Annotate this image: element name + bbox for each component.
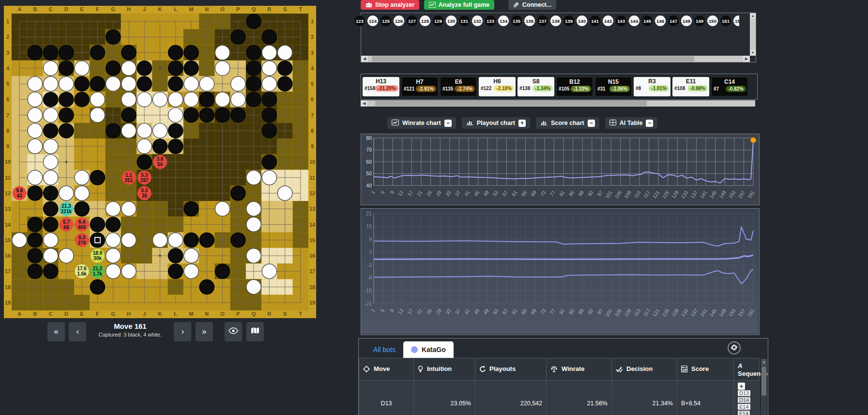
move-strip-stone[interactable]: 135: [511, 15, 522, 26]
analysis-label[interactable]: 18.930k: [91, 249, 105, 263]
scroll-left-icon[interactable]: ◀: [361, 56, 368, 62]
move-strip-stone[interactable]: 141: [590, 15, 600, 26]
move-strip-stone[interactable]: 146: [655, 15, 666, 26]
move-strip-stone[interactable]: 139: [563, 15, 574, 26]
move-strip-stone[interactable]: 137: [537, 15, 548, 26]
analysis-label[interactable]: 5.768: [59, 217, 73, 231]
analysis-label[interactable]: 1.1351: [122, 170, 136, 184]
first-move-button[interactable]: «: [47, 322, 65, 341]
expand-icon[interactable]: +: [518, 120, 526, 127]
analysis-label[interactable]: 3.654: [153, 155, 167, 169]
column-header-intuition[interactable]: Intuition: [414, 358, 475, 381]
move-strip-vscrollbar[interactable]: ▲ ▼: [750, 13, 756, 56]
connect-button[interactable]: Connect...: [508, 0, 556, 10]
scroll-right-icon[interactable]: ▶: [743, 56, 750, 62]
move-strip-stone[interactable]: 134: [498, 15, 509, 26]
sequence-move-chip[interactable]: E14: [738, 404, 750, 410]
analysis-label[interactable]: 9.843: [13, 186, 27, 200]
move-strip-stone[interactable]: 142: [603, 15, 613, 26]
move-strip-stone[interactable]: 128: [420, 15, 430, 26]
move-strip-stone[interactable]: 131: [459, 15, 470, 26]
last-move-button[interactable]: »: [196, 322, 213, 341]
move-strip-stone[interactable]: 124: [367, 15, 378, 26]
move-strip-stone[interactable]: 143: [616, 15, 626, 26]
scroll-up-icon[interactable]: ▲: [761, 359, 767, 366]
move-strip-stone[interactable]: 144: [629, 15, 640, 26]
toggle-ai-table[interactable]: AI Table−: [605, 117, 658, 129]
analyze-full-game-button[interactable]: Analyze full game: [424, 0, 495, 10]
move-strip-stone[interactable]: 126: [394, 15, 404, 26]
move-strip-stone[interactable]: 138: [550, 15, 561, 26]
tab-katago[interactable]: KataGo: [403, 341, 454, 358]
analysis-label[interactable]: 0.335: [137, 186, 152, 200]
collapse-icon[interactable]: −: [646, 120, 653, 127]
prev-move-button[interactable]: ‹: [69, 322, 86, 341]
move-strip-stone[interactable]: 129: [433, 15, 443, 26]
move-strip-stone[interactable]: 149: [694, 15, 705, 26]
stop-analyzer-button[interactable]: Stop analyzer: [361, 0, 419, 10]
move-strip-stone[interactable]: 133: [485, 15, 496, 26]
analysis-label[interactable]: 17.61.6k: [75, 264, 89, 278]
sequence-move-chip[interactable]: F14: [738, 411, 750, 415]
move-quality-card[interactable]: C14#7-0.82%: [711, 77, 748, 96]
score-chart[interactable]: 1591317212529333741454953576165697377818…: [361, 209, 758, 334]
move-strip-stone[interactable]: 140: [577, 15, 587, 26]
table-settings-button[interactable]: [728, 341, 741, 354]
toggle-score-chart[interactable]: Score chart−: [536, 117, 599, 129]
move-quality-card[interactable]: E11#108-0.88%: [672, 77, 709, 96]
scroll-left-icon[interactable]: ◀: [361, 100, 367, 107]
expand-sequence-button[interactable]: +: [738, 383, 745, 390]
move-strip-stone[interactable]: 125: [381, 15, 391, 26]
move-strip-stone[interactable]: 151: [720, 15, 731, 26]
column-header-score[interactable]: Score: [677, 358, 734, 381]
move-quality-card[interactable]: H7#121-2.91%: [401, 77, 438, 96]
scroll-down-icon[interactable]: ▼: [750, 50, 756, 56]
analysis-label[interactable]: 21.3221k: [59, 202, 73, 216]
next-move-button[interactable]: ›: [174, 322, 191, 341]
move-quality-card[interactable]: H6#122-2.18%: [479, 77, 516, 96]
move-strip-stone[interactable]: 123: [354, 15, 365, 26]
analysis-label[interactable]: 6.4405: [75, 217, 89, 231]
sequence-move-chip[interactable]: D14: [738, 397, 750, 403]
move-strip-stone[interactable]: 145: [642, 15, 653, 26]
move-quality-card[interactable]: R3#8-1.01%: [634, 77, 670, 96]
analysis-label[interactable]: 5.3287: [137, 170, 152, 184]
move-strip-stone[interactable]: 150: [707, 15, 718, 26]
move-strip-stone[interactable]: 127: [407, 15, 417, 26]
sequence-move-chip[interactable]: D13: [738, 390, 750, 396]
move-quality-card[interactable]: E6#135-2.74%: [440, 77, 477, 96]
move-strip-stone[interactable]: 148: [681, 15, 692, 26]
move-strip-stone[interactable]: 136: [524, 15, 535, 26]
table-row[interactable]: D1323.05%220,54221.56%21.34%B+8.54+D13D1…: [359, 381, 760, 415]
svg-text:3.6: 3.6: [157, 156, 164, 162]
move-strip-stone[interactable]: 132: [472, 15, 483, 26]
move-quality-card[interactable]: N15#31-1.06%: [595, 77, 632, 96]
analysis-label[interactable]: 21.21.7k: [91, 264, 105, 278]
go-board[interactable]: AABBCCDDEEFFGGHHJJKKLLMMNNOOPPQQRRSSTT11…: [4, 6, 316, 318]
move-strip-hscrollbar[interactable]: ◀ ▶: [361, 56, 750, 62]
column-header-winrate[interactable]: Winrate: [547, 358, 612, 381]
move-strip-stone[interactable]: 130: [446, 15, 457, 26]
table-vscrollbar[interactable]: ▲: [761, 359, 767, 415]
column-header-move[interactable]: Move: [359, 358, 414, 381]
territory-map-button[interactable]: [246, 322, 264, 341]
column-header-playouts[interactable]: Playouts: [475, 358, 547, 381]
collapse-icon[interactable]: −: [588, 120, 595, 127]
toggle-analysis-button[interactable]: [225, 322, 242, 341]
move-quality-card[interactable]: H13#158-31.20%: [363, 77, 399, 96]
analysis-label[interactable]: 6.3276: [75, 233, 89, 247]
tab-all-bots[interactable]: All bots: [365, 341, 403, 358]
column-header-sequence[interactable]: ASequence: [734, 358, 760, 381]
collapse-icon[interactable]: −: [444, 120, 452, 127]
move-strip-stone[interactable]: 147: [668, 15, 679, 26]
winrate-chart[interactable]: 1591317212529333741454953576165697377818…: [361, 134, 758, 204]
move-quality-card[interactable]: B12#105-1.33%: [556, 77, 593, 96]
move-strip-stone[interactable]: 152: [733, 15, 739, 26]
move-quality-card[interactable]: S8#138-1.34%: [518, 77, 554, 96]
cards-hscrollbar[interactable]: ◀: [361, 100, 755, 107]
toggle-playout-chart[interactable]: Playout chart+: [462, 117, 530, 129]
column-header-decision[interactable]: Decision: [612, 358, 677, 381]
move-strip[interactable]: 123-124-125-126-127-128-129-130-131-132-…: [354, 15, 739, 26]
scroll-up-icon[interactable]: ▲: [750, 13, 756, 19]
toggle-winrate-chart[interactable]: Winrate chart−: [387, 117, 456, 129]
